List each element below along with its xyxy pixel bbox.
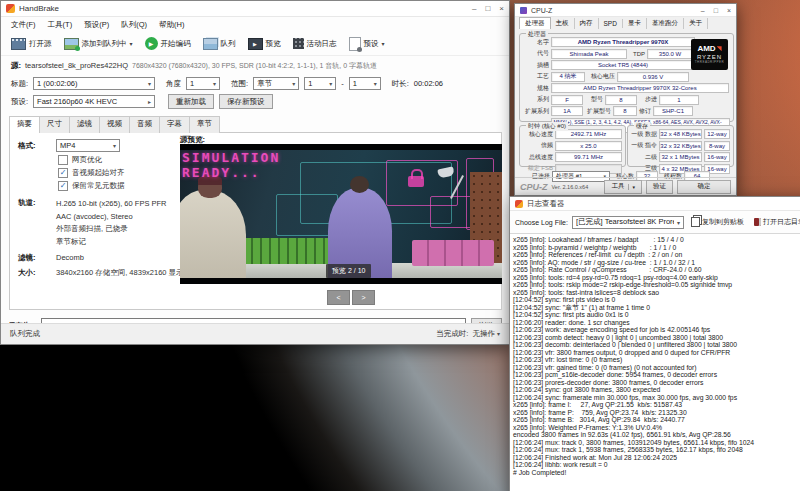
chevron-down-icon: ▾ xyxy=(130,40,133,47)
when-done-select[interactable]: 无操作 ▾ xyxy=(472,329,500,339)
cpuz-window: CPU-Z – □ × 处理器主板内存SPD显卡基准跑分关于 处理器 AMD R… xyxy=(514,3,737,196)
toolbar: 打开源 添加到队列中 ▾ ▶ 开始编码 队列 ▶ 预览 活动日志 预设 ▾ xyxy=(1,32,509,56)
checkbox-checked[interactable]: ✓ xyxy=(58,168,68,178)
start-encode-button[interactable]: ▶ 开始编码 xyxy=(141,35,195,52)
log-file-select[interactable]: [已完成] Tearsofsteel 8K Prores422hq(4 ▾ xyxy=(572,216,684,229)
tab[interactable]: 尺寸 xyxy=(39,116,70,133)
reload-preset-button[interactable]: 重新加载 xyxy=(168,94,214,109)
menu-item[interactable]: 预设(P) xyxy=(78,18,115,32)
cpuz-tab[interactable]: 处理器 xyxy=(519,17,551,29)
cpuz-tab[interactable]: 基准跑分 xyxy=(647,18,684,29)
picture-plus-icon xyxy=(64,38,79,50)
validate-button[interactable]: 验证 xyxy=(646,180,673,194)
activity-log-button[interactable]: 活动日志 xyxy=(289,36,341,51)
maximize-button[interactable]: □ xyxy=(714,7,718,14)
chevron-down-icon: ▾ xyxy=(382,40,385,47)
log-line: [12:06:23] comb detect: heavy 0 | light … xyxy=(513,334,800,342)
range-type-select[interactable]: 章节 ▾ xyxy=(253,77,299,90)
cpuz-tab[interactable]: 内存 xyxy=(575,18,599,29)
track-line: 外部音频扫描, 已烧录 xyxy=(56,223,166,236)
cpuz-tab[interactable]: 关于 xyxy=(684,18,708,29)
copy-to-clipboard-button[interactable]: 复制到剪贴板 xyxy=(688,215,747,229)
tab[interactable]: 摘要 xyxy=(9,116,40,133)
add-to-queue-button[interactable]: 添加到队列中 ▾ xyxy=(60,36,137,52)
close-button[interactable]: × xyxy=(727,7,731,14)
preview-prev-button[interactable]: < xyxy=(327,290,350,305)
tools-button[interactable]: 工具 ▾ xyxy=(604,180,642,194)
processor-group: 处理器 AMD RYZEN THREADRIPPER 名字 AMD Ryzen … xyxy=(519,33,734,122)
handbrake-titlebar[interactable]: HandBrake – □ × xyxy=(1,1,509,17)
angle-select[interactable]: 1 ▾ xyxy=(186,77,220,90)
preview-art-lock-icon xyxy=(408,176,424,187)
presets-button[interactable]: 预设 ▾ xyxy=(345,35,389,53)
range-to-select[interactable]: 1 ▾ xyxy=(349,77,381,90)
cpuz-titlebar[interactable]: CPU-Z – □ × xyxy=(515,4,736,17)
chevron-down-icon: ▾ xyxy=(148,80,151,87)
cpuz-tab-bar: 处理器主板内存SPD显卡基准跑分关于 xyxy=(515,17,736,29)
window-title: 日志查看器 xyxy=(527,199,565,209)
preview-next-button[interactable]: > xyxy=(352,290,375,305)
log-line: x265 [info]: frame I: 27, Avg QP:21.55 k… xyxy=(513,401,800,409)
save-new-preset-button[interactable]: 保存新预设 xyxy=(219,94,273,109)
cpuz-tab[interactable]: 主板 xyxy=(551,18,575,29)
cpuz-tab[interactable]: 显卡 xyxy=(623,18,647,29)
family-row: 系列 F 型号 8 步进 1 xyxy=(523,95,730,105)
log-line: x265 [info]: frame P: 759, Avg QP:23.74 … xyxy=(513,409,800,417)
log-line: [12:04:52] sync: first pts video is 0 xyxy=(513,296,800,304)
chevron-right-icon: ▸ xyxy=(148,98,151,105)
tracks-label: 轨道: xyxy=(18,198,50,248)
cpuz-tab[interactable]: SPD xyxy=(599,19,623,28)
minimize-button[interactable]: – xyxy=(701,7,705,14)
preview-button[interactable]: ▶ 预览 xyxy=(244,36,285,52)
document-gear-icon xyxy=(349,37,361,51)
handbrake-logo-icon xyxy=(515,200,523,208)
cpuz-version: Ver. 2.16.0.x64 xyxy=(552,184,589,190)
preset-select[interactable]: Fast 2160p60 4K HEVC ▸ xyxy=(33,95,155,108)
checkbox-checked[interactable]: ✓ xyxy=(58,181,68,191)
menu-item[interactable]: 工具(T) xyxy=(42,18,79,32)
log-line: x265 [info]: AQ: mode / str / qg-size / … xyxy=(513,259,800,267)
angle-label: 角度 xyxy=(166,79,181,89)
close-button[interactable]: × xyxy=(499,4,504,13)
maximize-button[interactable]: □ xyxy=(485,4,490,13)
ok-button[interactable]: 确定 xyxy=(677,180,731,194)
log-titlebar[interactable]: 日志查看器 xyxy=(510,197,800,211)
log-line: x265 [info]: frame B: 3014, Avg QP:29.84… xyxy=(513,416,800,424)
choose-log-label: Choose Log File: xyxy=(515,219,568,226)
log-line: x265 [info]: Lookahead / bframes / badap… xyxy=(513,236,800,244)
filters-value: Decomb xyxy=(56,253,84,263)
checkbox-unchecked[interactable] xyxy=(58,155,68,165)
letterbox-bar xyxy=(180,278,502,284)
queue-button[interactable]: 队列 xyxy=(199,36,240,52)
tab[interactable]: 视频 xyxy=(99,116,130,133)
format-select[interactable]: MP4 ▾ xyxy=(56,139,120,152)
range-from-select[interactable]: 1 ▾ xyxy=(304,77,336,90)
window-controls: – □ × xyxy=(472,4,504,13)
open-log-directory-button[interactable]: 打开日志目录 xyxy=(751,215,800,229)
menu-item[interactable]: 帮助(H) xyxy=(153,18,190,32)
monitor-play-icon: ▶ xyxy=(248,38,263,50)
tab[interactable]: 音频 xyxy=(129,116,160,133)
chevron-down-icon: ▾ xyxy=(677,219,680,226)
log-line: [12:06:24] sync: got 3800 frames, 3800 e… xyxy=(513,386,800,394)
menu-item[interactable]: 队列(Q) xyxy=(115,18,153,32)
minimize-button[interactable]: – xyxy=(472,4,476,13)
source-row: 源: tearsofsteel_8k_proRes422HQ 7680x4320… xyxy=(1,59,509,73)
log-line: [12:06:23] pcm_s16le-decoder done: 5954 … xyxy=(513,371,800,379)
log-text-area[interactable]: x265 [info]: Lookahead / bframes / badap… xyxy=(510,233,800,491)
open-source-button[interactable]: 打开源 xyxy=(7,36,56,52)
track-line: AAC (avcodec), Stereo xyxy=(56,211,166,224)
menu-item[interactable]: 文件(F) xyxy=(5,18,42,32)
log-line: x265 [info]: Weighted P-Frames: Y:1.3% U… xyxy=(513,424,800,432)
copy-icon xyxy=(691,217,700,227)
source-name: tearsofsteel_8k_proRes422HQ xyxy=(25,61,128,70)
title-select[interactable]: 1 (00:02:06) ▾ xyxy=(33,77,155,90)
tab[interactable]: 滤镜 xyxy=(69,116,100,133)
log-line: [12:06:20] reader: done. 1 scr changes xyxy=(513,319,800,327)
log-line: x265 [info]: tools: rd=4 psy-rd=0.75 rdo… xyxy=(513,274,800,282)
log-line: [12:06:23] work: average encoding speed … xyxy=(513,326,800,334)
tab[interactable]: 章节 xyxy=(189,116,220,133)
film-icon xyxy=(11,38,26,50)
track-line: H.265 10-bit (x265), 60 FPS PFR xyxy=(56,198,166,211)
tab[interactable]: 字幕 xyxy=(159,116,190,133)
